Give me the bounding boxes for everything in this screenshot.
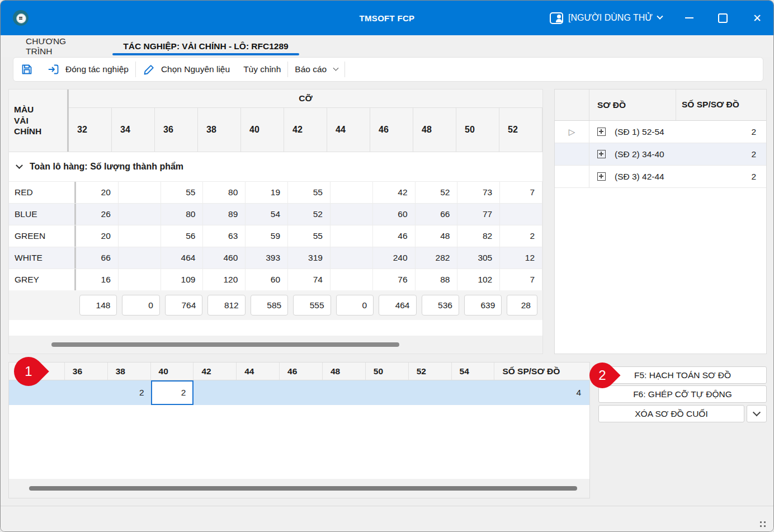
expander-cell (555, 143, 589, 165)
customize-button[interactable]: Tùy chỉnh (237, 58, 287, 81)
grid-cell[interactable]: 26 (76, 204, 119, 225)
grid-cell[interactable] (119, 204, 161, 225)
table-row-green: GREEN 20 56 63 59 55 46 48 82 2 (9, 225, 542, 247)
grid-cell[interactable] (331, 247, 373, 269)
grid-cell[interactable] (119, 269, 161, 290)
grid-cell[interactable]: 66 (76, 247, 119, 269)
diagram-row[interactable]: (SĐ 1) 52-54 2 (555, 121, 766, 143)
grid-cell[interactable]: 80 (161, 204, 204, 225)
products-per-diagram-value[interactable]: 4 (494, 380, 589, 405)
row-color-label: RED (9, 182, 76, 203)
grid-cell[interactable] (331, 225, 373, 247)
diagram-row[interactable]: (SĐ 2) 34-40 2 (555, 143, 766, 166)
grid-cell[interactable]: 52 (288, 204, 331, 225)
close-button[interactable] (741, 1, 773, 35)
grid-cell[interactable] (119, 225, 161, 247)
grid-cell[interactable]: 52 (416, 182, 458, 203)
grid-cell[interactable] (280, 380, 323, 405)
size-band-header: CỠ (69, 90, 542, 108)
grid-cell[interactable]: 120 (203, 269, 246, 290)
grid-cell[interactable] (65, 380, 108, 405)
grid-cell[interactable]: 240 (373, 247, 416, 269)
grid-cell[interactable]: 20 (76, 225, 119, 247)
maximize-button[interactable] (706, 1, 739, 35)
expander-column-header (555, 90, 589, 120)
grid-cell[interactable] (331, 182, 373, 203)
f5-hach-toan-button[interactable]: F5: HẠCH TOÁN SƠ ĐỒ (598, 366, 767, 384)
grid-cell[interactable] (331, 204, 373, 225)
grid-cell[interactable]: 88 (416, 269, 458, 290)
grid-cell[interactable]: 89 (203, 204, 246, 225)
grid-cell[interactable]: 2 (500, 225, 542, 247)
expand-plus-icon[interactable] (597, 128, 606, 136)
grid-cell[interactable]: 7 (500, 182, 542, 203)
user-menu[interactable]: [NGƯỜI DÙNG THỬ (550, 1, 662, 35)
grid-cell[interactable] (331, 269, 373, 290)
delete-last-diagram-button[interactable]: XÓA SƠ ĐỒ CUỐI (598, 405, 744, 422)
grid-cell[interactable]: 464 (161, 247, 204, 269)
grid-cell[interactable]: 16 (76, 269, 119, 290)
grid-cell[interactable]: 305 (457, 247, 500, 269)
grid-cell[interactable]: 12 (500, 247, 542, 269)
grid-cell[interactable]: 282 (416, 247, 458, 269)
grid-cell[interactable]: 82 (457, 225, 500, 247)
grid-cell[interactable]: 59 (246, 225, 288, 247)
grid-cell[interactable]: 55 (288, 225, 331, 247)
choose-material-button[interactable]: Chọn Nguyên liệu (136, 58, 237, 81)
grid-cell[interactable]: 60 (246, 269, 288, 290)
grid-cell[interactable]: 46 (373, 225, 416, 247)
delete-dropdown-button[interactable] (747, 405, 767, 422)
grid-cell[interactable]: 77 (457, 204, 500, 225)
selected-grid-cell[interactable]: 2 (151, 380, 194, 405)
grid-cell[interactable]: 48 (416, 225, 458, 247)
expand-plus-icon[interactable] (597, 150, 606, 158)
expand-plus-icon[interactable] (597, 172, 606, 181)
grid-cell[interactable] (323, 380, 366, 405)
grid-cell[interactable]: 7 (500, 269, 542, 290)
grid-cell[interactable]: 55 (288, 182, 331, 203)
grid-cell[interactable]: 60 (373, 204, 416, 225)
grid-cell[interactable]: 80 (203, 182, 246, 203)
grid-cell[interactable] (119, 247, 161, 269)
grid-cell[interactable]: 393 (246, 247, 288, 269)
group-row[interactable]: Toàn lô hàng: Số lượng thành phẩm (9, 152, 542, 181)
grid-cell[interactable]: 63 (203, 225, 246, 247)
grid-cell[interactable] (119, 182, 161, 203)
report-dropdown[interactable]: Báo cáo (288, 58, 344, 81)
grid-cell[interactable]: 66 (416, 204, 458, 225)
grid-cell[interactable]: 55 (161, 182, 204, 203)
scrollbar-thumb[interactable] (51, 342, 399, 347)
save-button[interactable] (13, 58, 40, 81)
grid-cell[interactable]: 20 (76, 182, 119, 203)
tab-program[interactable]: CHƯƠNG TRÌNH (26, 35, 94, 57)
resize-grip[interactable] (760, 521, 766, 528)
grid-cell[interactable]: 19 (246, 182, 288, 203)
grid-cell[interactable] (366, 380, 409, 405)
minimize-button[interactable] (673, 1, 705, 35)
row-color-label: BLUE (9, 204, 76, 225)
grid-cell[interactable]: 76 (373, 269, 416, 290)
grid-cell[interactable]: 42 (373, 182, 416, 203)
size-header: 48 (413, 108, 456, 152)
grid-cell[interactable] (452, 380, 495, 405)
grid-cell[interactable]: 2 (108, 380, 151, 405)
annotation-step-1: 1 (8, 351, 49, 392)
grid-cell[interactable]: 102 (457, 269, 500, 290)
grid-cell[interactable] (500, 204, 542, 225)
grid-cell[interactable]: 109 (161, 269, 204, 290)
scrollbar-thumb[interactable] (29, 486, 577, 491)
grid-cell[interactable]: 319 (288, 247, 331, 269)
grid-cell[interactable]: 460 (203, 247, 246, 269)
grid-cell[interactable] (194, 380, 237, 405)
diagram-row[interactable]: (SĐ 3) 42-44 2 (555, 166, 766, 188)
size-header: 50 (456, 108, 499, 152)
f6-ghep-co-button[interactable]: F6: GHÉP CỠ TỰ ĐỘNG (598, 385, 767, 403)
grid-cell[interactable]: 54 (246, 204, 288, 225)
grid-cell[interactable] (237, 380, 280, 405)
grid-cell[interactable]: 56 (161, 225, 204, 247)
grid-cell[interactable]: 74 (288, 269, 331, 290)
grid-cell[interactable]: 73 (457, 182, 500, 203)
close-task-button[interactable]: Đóng tác nghiệp (40, 58, 135, 81)
grid-cell[interactable] (409, 380, 452, 405)
total-cell: 812 (207, 295, 245, 316)
